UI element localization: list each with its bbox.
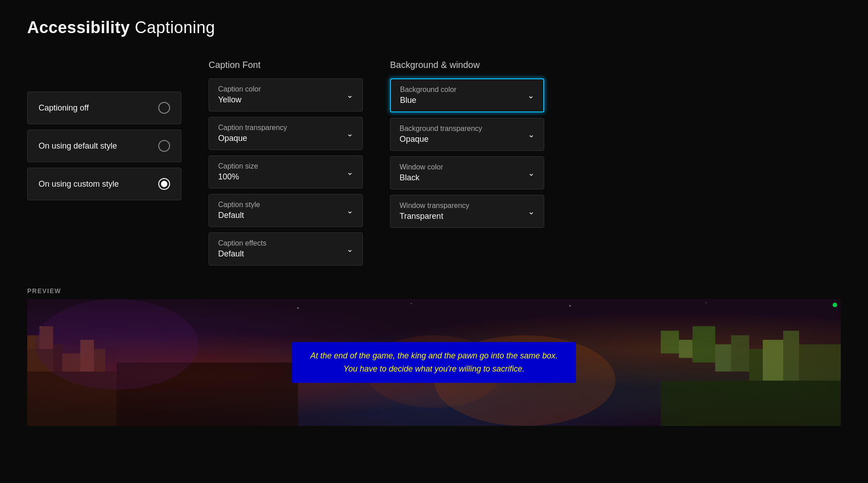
background-transparency-content: Background transparency Opaque	[400, 125, 482, 144]
captioning-default-label: On using default style	[39, 141, 117, 151]
captioning-mode-column: Captioning off On using default style On…	[27, 92, 181, 200]
caption-transparency-row: Caption transparency Opaque ⌄	[218, 124, 353, 143]
background-color-chevron-icon: ⌄	[527, 91, 534, 101]
caption-effects-value: Default	[218, 249, 266, 259]
svg-rect-14	[749, 349, 763, 381]
caption-color-dropdown[interactable]: Caption color Yellow ⌄	[209, 78, 363, 111]
captioning-off-label: Captioning off	[39, 103, 89, 113]
background-transparency-row: Background transparency Opaque ⌄	[400, 125, 535, 144]
caption-transparency-chevron-icon: ⌄	[346, 129, 353, 139]
window-color-dropdown[interactable]: Window color Black ⌄	[390, 156, 544, 189]
window-color-row: Window color Black ⌄	[400, 163, 535, 183]
svg-rect-13	[731, 335, 749, 372]
background-transparency-value: Opaque	[400, 135, 482, 144]
background-color-value: Blue	[400, 96, 457, 105]
caption-font-header: Caption Font	[209, 60, 363, 70]
caption-size-dropdown[interactable]: Caption size 100% ⌄	[209, 155, 363, 188]
caption-color-title: Caption color	[218, 85, 261, 93]
window-transparency-title: Window transparency	[400, 202, 469, 210]
captioning-default-option[interactable]: On using default style	[27, 130, 181, 162]
svg-rect-18	[661, 381, 841, 426]
preview-video: At the end of the game, the king and the…	[27, 299, 841, 426]
main-content: Captioning off On using default style On…	[0, 51, 868, 278]
page-header: Accessibility Captioning	[0, 0, 868, 51]
background-transparency-title: Background transparency	[400, 125, 482, 133]
preview-status-dot	[833, 303, 837, 307]
caption-style-chevron-icon: ⌄	[346, 206, 353, 216]
caption-size-row: Caption size 100% ⌄	[218, 162, 353, 182]
caption-size-chevron-icon: ⌄	[346, 167, 353, 177]
caption-effects-dropdown[interactable]: Caption effects Default ⌄	[209, 232, 363, 266]
caption-color-value: Yellow	[218, 95, 261, 105]
caption-font-column: Caption Font Caption color Yellow ⌄ Capt…	[209, 60, 363, 269]
window-color-value: Black	[400, 173, 443, 183]
caption-style-dropdown[interactable]: Caption style Default ⌄	[209, 194, 363, 227]
caption-overlay: At the end of the game, the king and the…	[292, 342, 575, 383]
background-color-content: Background color Blue	[400, 86, 457, 105]
caption-style-content: Caption style Default	[218, 201, 260, 220]
caption-style-title: Caption style	[218, 201, 260, 209]
caption-color-chevron-icon: ⌄	[346, 90, 353, 100]
page-title-light: Captioning	[135, 18, 215, 37]
svg-rect-17	[799, 344, 841, 381]
caption-text: At the end of the game, the king and the…	[310, 349, 557, 376]
svg-rect-11	[692, 326, 715, 362]
caption-color-content: Caption color Yellow	[218, 85, 261, 105]
window-transparency-chevron-icon: ⌄	[528, 207, 535, 217]
caption-transparency-content: Caption transparency Opaque	[218, 124, 287, 143]
window-transparency-dropdown[interactable]: Window transparency Transparent ⌄	[390, 195, 544, 228]
caption-transparency-value: Opaque	[218, 134, 287, 143]
caption-effects-chevron-icon: ⌄	[346, 244, 353, 254]
captioning-custom-option[interactable]: On using custom style	[27, 168, 181, 200]
svg-rect-9	[661, 331, 679, 353]
svg-point-21	[35, 299, 198, 390]
svg-rect-10	[679, 340, 692, 358]
caption-effects-content: Caption effects Default	[218, 239, 266, 259]
window-transparency-content: Window transparency Transparent	[400, 202, 469, 221]
background-transparency-chevron-icon: ⌄	[528, 130, 535, 140]
background-color-title: Background color	[400, 86, 457, 94]
captioning-custom-radio	[158, 178, 170, 190]
page-title: Accessibility Captioning	[0, 0, 868, 51]
captioning-custom-label: On using custom style	[39, 179, 119, 189]
caption-transparency-dropdown[interactable]: Caption transparency Opaque ⌄	[209, 117, 363, 150]
svg-point-24	[569, 305, 571, 307]
window-transparency-row: Window transparency Transparent ⌄	[400, 202, 535, 221]
svg-point-23	[411, 303, 412, 304]
svg-point-25	[706, 302, 707, 304]
caption-size-value: 100%	[218, 172, 258, 182]
background-transparency-dropdown[interactable]: Background transparency Opaque ⌄	[390, 118, 544, 151]
caption-effects-title: Caption effects	[218, 239, 266, 247]
captioning-default-radio	[158, 140, 170, 152]
caption-style-row: Caption style Default ⌄	[218, 201, 353, 220]
window-color-content: Window color Black	[400, 163, 443, 183]
caption-color-row: Caption color Yellow ⌄	[218, 85, 353, 105]
svg-rect-12	[715, 344, 731, 372]
window-transparency-value: Transparent	[400, 212, 469, 221]
preview-section: PREVIEW	[0, 287, 868, 426]
background-window-column: Background & window Background color Blu…	[390, 60, 544, 269]
caption-size-content: Caption size 100%	[218, 162, 258, 182]
background-color-row: Background color Blue ⌄	[400, 86, 534, 105]
background-color-dropdown[interactable]: Background color Blue ⌄	[390, 78, 544, 112]
window-color-title: Window color	[400, 163, 443, 171]
captioning-off-radio	[158, 102, 170, 114]
caption-line1: At the end of the game, the king and the…	[310, 351, 557, 360]
captioning-off-option[interactable]: Captioning off	[27, 92, 181, 124]
caption-transparency-title: Caption transparency	[218, 124, 287, 132]
caption-effects-row: Caption effects Default ⌄	[218, 239, 353, 259]
background-window-header: Background & window	[390, 60, 544, 70]
caption-size-title: Caption size	[218, 162, 258, 170]
caption-style-value: Default	[218, 211, 260, 220]
svg-rect-16	[783, 331, 799, 381]
caption-line2: You have to decide what you're willing t…	[343, 364, 525, 373]
svg-point-22	[297, 307, 299, 309]
window-color-chevron-icon: ⌄	[528, 168, 535, 178]
preview-label: PREVIEW	[27, 287, 841, 295]
svg-rect-15	[763, 340, 783, 381]
font-and-background-columns: Caption Font Caption color Yellow ⌄ Capt…	[209, 60, 841, 269]
